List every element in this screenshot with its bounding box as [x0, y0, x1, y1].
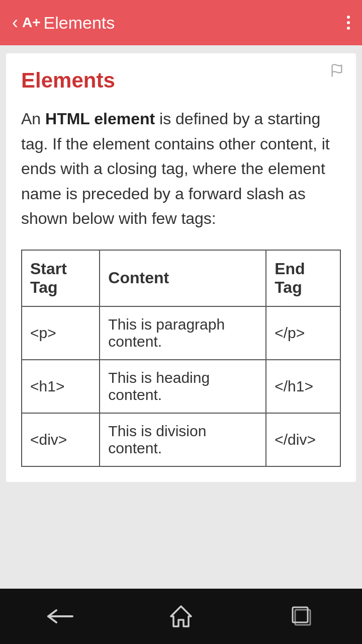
- table-cell-content-2: This is heading content.: [100, 360, 266, 413]
- app-title: Elements: [44, 13, 347, 33]
- back-button[interactable]: ‹: [12, 12, 18, 33]
- table-cell-end-2: </h1>: [266, 360, 340, 413]
- body-text: An HTML element is defined by a starting…: [21, 107, 341, 231]
- table-cell-start-3: <div>: [22, 413, 100, 466]
- content-card: Elements An HTML element is defined by a…: [6, 53, 356, 482]
- col-header-end-tag: End Tag: [266, 250, 340, 306]
- table-header-row: Start Tag Content End Tag: [22, 250, 340, 306]
- table-cell-end-3: </div>: [266, 413, 340, 466]
- nav-home-button[interactable]: [121, 589, 241, 644]
- flag-icon[interactable]: [330, 63, 344, 81]
- col-header-content: Content: [100, 250, 266, 306]
- home-nav-icon: [168, 604, 194, 629]
- table-cell-start-1: <p>: [22, 306, 100, 360]
- back-nav-icon: [45, 606, 75, 626]
- svg-marker-2: [171, 606, 191, 626]
- table-cell-start-2: <h1>: [22, 360, 100, 413]
- section-title: Elements: [21, 68, 341, 93]
- menu-dot-1: [347, 16, 350, 19]
- nav-recents-button[interactable]: [241, 589, 362, 644]
- menu-dot-2: [347, 21, 350, 24]
- table-cell-end-1: </p>: [266, 306, 340, 360]
- body-text-prefix: An: [21, 110, 45, 128]
- col-header-start-tag: Start Tag: [22, 250, 100, 306]
- table-cell-content-3: This is division content.: [100, 413, 266, 466]
- menu-dot-3: [347, 27, 350, 30]
- table-row: <h1> This is heading content. </h1>: [22, 360, 340, 413]
- recents-nav-icon: [290, 605, 313, 628]
- table-cell-content-1: This is paragraph content.: [100, 306, 266, 360]
- table-row: <p> This is paragraph content. </p>: [22, 306, 340, 360]
- bottom-nav-bar: [0, 589, 362, 644]
- body-text-bold: HTML element: [45, 110, 155, 128]
- content-area: Elements An HTML element is defined by a…: [0, 45, 362, 589]
- overflow-menu-button[interactable]: [347, 16, 350, 30]
- nav-back-button[interactable]: [0, 589, 121, 644]
- app-bar: ‹ A+ Elements: [0, 0, 362, 45]
- html-elements-table: Start Tag Content End Tag <p> This is pa…: [21, 250, 341, 467]
- app-logo: A+: [22, 15, 41, 31]
- table-row: <div> This is division content. </div>: [22, 413, 340, 466]
